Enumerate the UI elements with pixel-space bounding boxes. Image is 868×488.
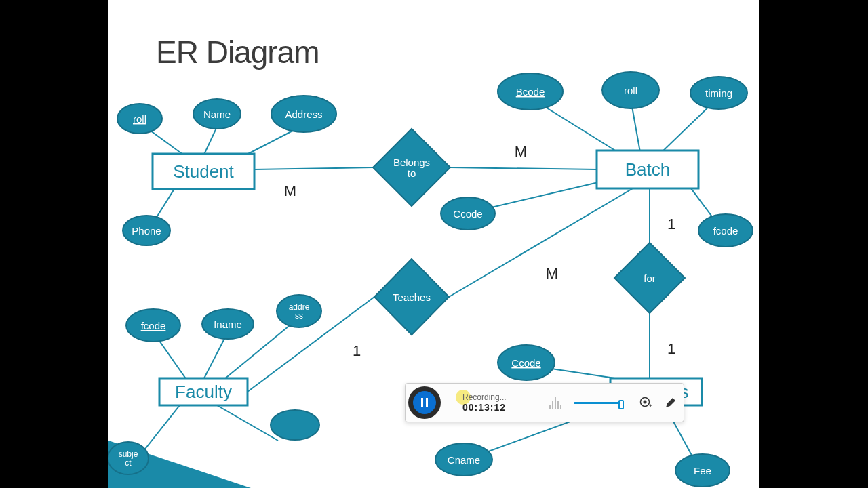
card-m-teaches: M [546,265,558,282]
svg-text:roll: roll [133,113,146,125]
svg-text:timing: timing [705,87,732,99]
entity-batch-label: Batch [625,159,671,180]
svg-text:Name: Name [203,108,231,120]
rel-belongs-to-label-2: to [408,167,416,179]
card-1-faculty: 1 [353,342,361,359]
recorder-status: Recording... [462,392,537,402]
attr-faculty-extra [271,410,319,440]
rel-teaches-label: Teaches [393,291,431,303]
recorder-time: 00:13:12 [462,402,537,413]
rel-belongs-to-label-1: Belongs [393,157,430,168]
svg-line-1 [203,127,217,156]
rel-for-label: for [644,272,656,284]
webcam-icon[interactable]: + [637,395,652,410]
svg-line-15 [217,405,278,441]
svg-text:+: + [649,403,652,409]
svg-text:addre: addre [289,302,310,312]
audio-level-icon [549,396,561,409]
svg-text:Cname: Cname [448,454,480,466]
svg-text:fcode: fcode [141,320,166,331]
svg-text:Ccode: Ccode [511,357,540,369]
svg-text:Address: Address [285,108,322,120]
svg-text:Bcode: Bcode [516,86,545,98]
svg-text:fcode: fcode [713,225,738,237]
card-1-for-top: 1 [667,216,675,232]
volume-slider[interactable] [574,399,621,406]
svg-text:Ccode: Ccode [453,208,482,220]
pause-button[interactable] [408,386,441,419]
card-m-right: M [515,143,527,160]
svg-point-43 [644,401,647,404]
svg-text:roll: roll [624,85,637,96]
card-m-left: M [284,182,296,199]
entity-faculty-label: Faculty [175,382,232,402]
svg-text:fname: fname [214,319,242,330]
screen-recorder-toolbar[interactable]: Recording... 00:13:12 + [405,383,684,422]
pencil-icon[interactable] [663,395,678,410]
slide-canvas: ER Diagram [108,0,760,488]
entity-student-label: Student [173,161,234,182]
svg-line-5 [450,167,597,169]
svg-text:ct: ct [125,458,132,468]
svg-text:Phone: Phone [132,225,161,237]
card-1-for-bot: 1 [667,340,675,357]
svg-text:subje: subje [119,449,138,459]
svg-text:Fee: Fee [694,465,711,476]
svg-line-4 [254,167,373,169]
svg-text:ss: ss [295,311,303,321]
recorder-status-block: Recording... 00:13:12 [443,392,537,413]
